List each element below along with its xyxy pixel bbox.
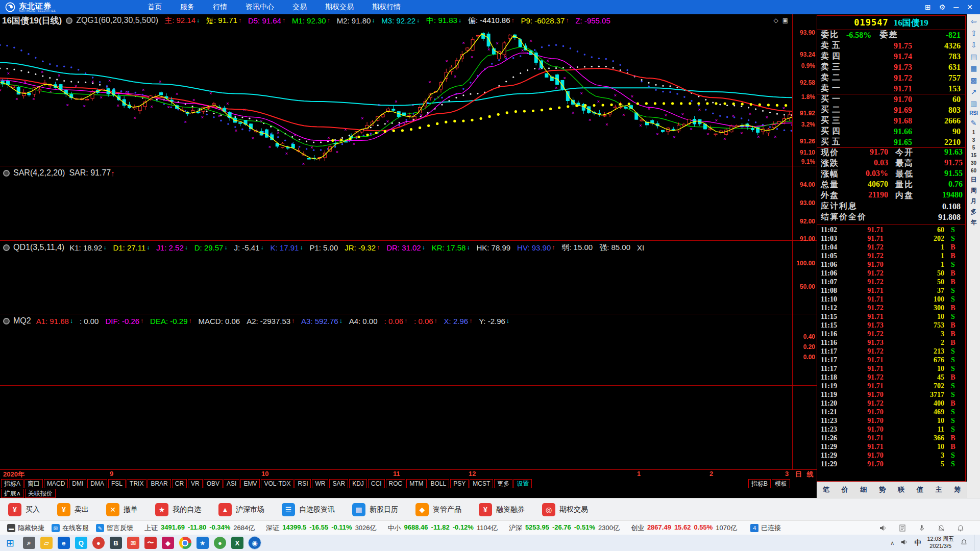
indicator-tab-VOL-TDX[interactable]: VOL-TDX bbox=[261, 479, 293, 488]
indicator-tab-FSL[interactable]: FSL bbox=[108, 479, 126, 488]
indicator-tab-WR[interactable]: WR bbox=[312, 479, 328, 488]
settings-gear-icon[interactable]: ⚙ bbox=[939, 3, 946, 11]
main-candle-chart[interactable]: ××××××××××××××××××××××××××××××××××××××××… bbox=[0, 26, 792, 166]
back-arrow-icon[interactable]: ⇦ bbox=[969, 16, 979, 27]
menu-item-0[interactable]: 首页 bbox=[148, 3, 162, 12]
orderbook-row[interactable]: 卖三91.73631 bbox=[817, 62, 966, 72]
bell-off-icon[interactable] bbox=[937, 524, 945, 532]
stock-app-icon[interactable]: 〜 bbox=[144, 537, 157, 549]
indicator-tab-ASI[interactable]: ASI bbox=[224, 479, 239, 488]
quote-tab-价[interactable]: 价 bbox=[842, 485, 848, 494]
period-button-60[interactable]: 60 bbox=[971, 168, 976, 173]
period-button-5[interactable]: 5 bbox=[972, 145, 975, 151]
quote-tab-值[interactable]: 值 bbox=[917, 485, 923, 494]
notification-icon[interactable] bbox=[960, 538, 968, 548]
indicator-tab-KDJ[interactable]: KDJ bbox=[349, 479, 367, 488]
pane-corner-icon[interactable]: ◇ bbox=[773, 17, 778, 24]
mq2-chart[interactable] bbox=[0, 327, 792, 385]
orderbook-row[interactable]: 买五91.652210 bbox=[817, 137, 966, 147]
toolbar-新股日历[interactable]: ▦新股日历 bbox=[352, 503, 398, 516]
toolbar-融资融券[interactable]: ¥融资融券 bbox=[479, 503, 525, 516]
toolbar-买入[interactable]: ¥买入 bbox=[8, 503, 40, 516]
period-button-30[interactable]: 30 bbox=[971, 160, 976, 166]
cycle-button-多[interactable]: 多 bbox=[971, 208, 977, 216]
tray-volume-icon[interactable] bbox=[900, 538, 908, 548]
app-dark-icon[interactable]: B bbox=[110, 537, 122, 549]
bell-icon[interactable] bbox=[957, 524, 965, 532]
cycle-button-年[interactable]: 年 bbox=[971, 218, 977, 227]
close-icon[interactable]: ✕ bbox=[967, 3, 973, 11]
menu-item-2[interactable]: 行情 bbox=[213, 3, 227, 12]
toolbar-沪深市场[interactable]: ▲沪深市场 bbox=[218, 503, 264, 516]
period-button-1[interactable]: 1 bbox=[972, 130, 975, 135]
quote-tab-细[interactable]: 细 bbox=[860, 485, 867, 494]
language-indicator[interactable]: 中 bbox=[914, 538, 921, 547]
extension-tab-关联报价[interactable]: 关联报价 bbox=[25, 489, 56, 498]
volume-icon[interactable] bbox=[879, 524, 887, 532]
quote-tab-主[interactable]: 主 bbox=[935, 485, 942, 494]
indicator-tab-窗口[interactable]: 窗口 bbox=[24, 479, 43, 488]
menu-item-1[interactable]: 服务 bbox=[180, 3, 194, 12]
extension-tab-扩展∧[interactable]: 扩展∧ bbox=[1, 489, 24, 498]
cycle-button-月[interactable]: 月 bbox=[971, 197, 977, 206]
indicator-tab-OBV[interactable]: OBV bbox=[204, 479, 223, 488]
search-icon[interactable]: ⌕ bbox=[23, 537, 35, 549]
menu-item-4[interactable]: 交易 bbox=[292, 3, 307, 12]
edge-icon[interactable]: e bbox=[58, 537, 70, 549]
toolbar-资管产品[interactable]: ◆资管产品 bbox=[415, 503, 461, 516]
orderbook-row[interactable]: 买四91.6690 bbox=[817, 126, 966, 137]
green-app-icon[interactable]: ● bbox=[214, 537, 226, 549]
quote-tab-势[interactable]: 势 bbox=[879, 485, 886, 494]
pattern-icon[interactable]: ▩ bbox=[969, 75, 979, 85]
index-中小[interactable]: 中小9688.46-11.82-0.12%1104亿 bbox=[388, 523, 498, 533]
app-red-icon[interactable]: ● bbox=[92, 537, 105, 549]
statusbar-隐藏快捷[interactable]: ▬隐藏快捷 bbox=[7, 523, 44, 533]
taskbar-clock[interactable]: 12:03 周五2021/3/5 bbox=[927, 536, 954, 550]
start-button[interactable]: ⊞ bbox=[0, 537, 20, 549]
orderbook-row[interactable]: 买二91.69803 bbox=[817, 105, 966, 115]
memo-icon[interactable] bbox=[898, 524, 906, 532]
indicator-tab-CR[interactable]: CR bbox=[172, 479, 187, 488]
toolbar-卖出[interactable]: ¥卖出 bbox=[57, 503, 89, 516]
page-up-icon[interactable]: ⇧ bbox=[969, 28, 979, 38]
rsi-button[interactable]: RSI bbox=[969, 110, 978, 116]
explorer-icon[interactable]: ▱ bbox=[40, 537, 53, 549]
menu-item-6[interactable]: 期权行情 bbox=[372, 3, 401, 12]
index-创业[interactable]: 创业2867.4915.620.55%1070亿 bbox=[631, 523, 737, 533]
indicator-tab-EMV[interactable]: EMV bbox=[240, 479, 260, 488]
indicator-tab-SAR[interactable]: SAR bbox=[329, 479, 348, 488]
pane-toggle-icon[interactable] bbox=[3, 244, 10, 251]
toolbar-自选股资讯[interactable]: ☰自选股资讯 bbox=[282, 503, 335, 516]
indicator-tab-设置[interactable]: 设置 bbox=[513, 479, 532, 488]
indicator-tab-PSY[interactable]: PSY bbox=[450, 479, 469, 488]
report-icon[interactable]: ▤ bbox=[969, 52, 979, 62]
pane-toggle-icon[interactable] bbox=[3, 170, 10, 177]
indicator-tab-MCST[interactable]: MCST bbox=[470, 479, 493, 488]
formula-toggle-icon[interactable] bbox=[66, 17, 72, 24]
orderbook-row[interactable]: 买三91.682666 bbox=[817, 115, 966, 126]
index-上证[interactable]: 上证3491.69-11.80-0.34%2684亿 bbox=[144, 523, 255, 533]
indicator-tab-VR[interactable]: VR bbox=[188, 479, 203, 488]
period-button-3[interactable]: 3 bbox=[972, 137, 975, 143]
indicator-tab-MTM[interactable]: MTM bbox=[406, 479, 426, 488]
indicator-tab-指标A[interactable]: 指标A bbox=[1, 479, 23, 488]
pane-toggle-icon[interactable] bbox=[3, 318, 10, 324]
trading-app-icon[interactable]: ◉ bbox=[249, 537, 261, 549]
cycle-button-日[interactable]: 日 bbox=[971, 176, 977, 184]
indicator-tab-ROC[interactable]: ROC bbox=[386, 479, 406, 488]
apps-grid-icon[interactable]: ⊞ bbox=[925, 3, 931, 11]
qq-icon[interactable]: Q bbox=[75, 537, 87, 549]
page-down-icon[interactable]: ⇩ bbox=[969, 40, 979, 50]
orderbook-row[interactable]: 买一91.7060 bbox=[817, 94, 966, 105]
ie-star-icon[interactable]: ★ bbox=[197, 537, 209, 549]
quote-tab-笔[interactable]: 笔 bbox=[823, 485, 829, 494]
sar-chart[interactable] bbox=[0, 179, 792, 240]
cycle-button-周[interactable]: 周 bbox=[971, 186, 977, 195]
indicator-tab-DMI[interactable]: DMI bbox=[69, 479, 86, 488]
toolbar-期权交易[interactable]: ◎期权交易 bbox=[542, 503, 588, 516]
orderbook-row[interactable]: 卖四91.74783 bbox=[817, 51, 966, 62]
pane-corner-icon[interactable]: ▣ bbox=[782, 17, 788, 24]
indicator-tab-BRAR[interactable]: BRAR bbox=[148, 479, 170, 488]
orderbook-row[interactable]: 卖二91.72757 bbox=[817, 72, 966, 83]
quote-grid-icon[interactable]: ▦ bbox=[969, 63, 979, 73]
